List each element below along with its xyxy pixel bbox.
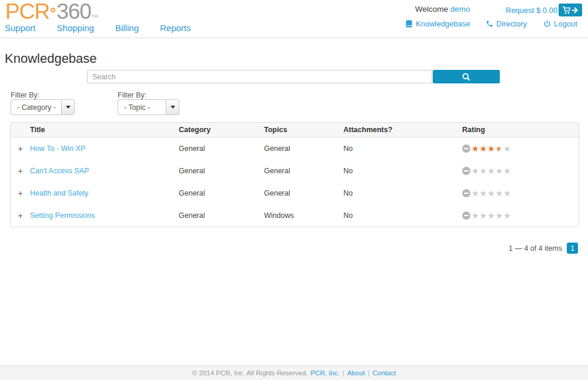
book-icon (405, 20, 413, 28)
quick-link-label: Logout (554, 19, 577, 28)
footer-link-contact[interactable]: Contact (373, 369, 396, 376)
category-dropdown[interactable]: - Category - (11, 99, 75, 115)
attachments-cell: No (343, 167, 462, 175)
copyright-text: © 2014 PCR, Inc. All Rights Reserved. (192, 369, 308, 376)
rating-widget[interactable]: ★★★★★ ★★★★★ (462, 144, 579, 153)
table-row: + Can't Access SAP General General No ★★… (11, 160, 579, 182)
topics-cell: Windows (264, 211, 343, 220)
welcome-text: Welcome demo (415, 5, 470, 14)
article-title-cell: How To - Win XP (30, 144, 179, 153)
dropdown-arrow-button[interactable] (61, 100, 74, 115)
chevron-down-icon (66, 106, 71, 109)
topics-cell: General (264, 144, 343, 153)
star-rating[interactable]: ★★★★★ ★★★★★ (472, 167, 512, 175)
article-title-cell: Can't Access SAP (30, 167, 179, 175)
cart-checkout-button[interactable] (559, 4, 582, 16)
stars-empty: ★★★★★ (472, 166, 512, 176)
quick-link-knowledgebase[interactable]: Knowledgebase (405, 19, 470, 28)
topics-cell: General (264, 167, 343, 175)
page-1-button[interactable]: 1 (567, 243, 578, 254)
rating-widget[interactable]: ★★★★★ ★★★★★ (462, 167, 579, 175)
topic-dropdown-value: - Topic - (118, 100, 166, 115)
dropdown-arrow-button[interactable] (166, 100, 179, 115)
chevron-down-icon (171, 106, 175, 109)
cancel-rating-icon[interactable] (462, 189, 470, 197)
filter-category-label: Filter By: (11, 91, 39, 99)
welcome-label: Welcome (415, 5, 448, 14)
footer-separator: | (368, 369, 370, 376)
footer: © 2014 PCR, Inc. All Rights Reserved. PC… (0, 365, 588, 380)
footer-link-about[interactable]: About (347, 369, 365, 376)
table-row: + How To - Win XP General General No ★★★… (11, 137, 579, 160)
logo-ring-icon (51, 8, 55, 12)
search-button[interactable] (433, 70, 500, 83)
footer-link-pcr[interactable]: PCR, Inc. (310, 369, 339, 376)
article-title-link[interactable]: Setting Permissions (30, 211, 95, 220)
welcome-user-link[interactable]: demo (450, 5, 470, 14)
column-header-topics[interactable]: Topics (264, 126, 343, 134)
quick-link-label: Directory (496, 19, 527, 28)
search-icon (462, 72, 471, 82)
column-header-attachments[interactable]: Attachments? (343, 126, 462, 134)
attachments-cell: No (343, 189, 462, 197)
article-title-cell: Health and Safety (30, 189, 179, 197)
article-title-cell: Setting Permissions (30, 211, 179, 220)
topic-dropdown[interactable]: - Topic - (118, 99, 179, 115)
category-cell: General (179, 167, 264, 175)
expand-row-button[interactable]: + (11, 144, 30, 153)
quick-link-logout[interactable]: Logout (543, 19, 577, 28)
quick-link-directory[interactable]: Directory (486, 19, 527, 28)
article-title-link[interactable]: How To - Win XP (30, 144, 85, 153)
quick-link-label: Knowledgebase (416, 19, 470, 28)
nav-shopping[interactable]: Shopping (57, 23, 94, 33)
star-rating[interactable]: ★★★★★ ★★★★★ (472, 144, 512, 153)
stars-filled: ★★★★★ (472, 144, 499, 153)
filter-topic-label: Filter By: (118, 91, 146, 99)
main-nav: Support Shopping Billing Reports (5, 23, 191, 33)
column-header-title[interactable]: Title (30, 126, 179, 134)
footer-separator: | (342, 369, 344, 376)
header: PCR360TM Support Shopping Billing Report… (0, 0, 588, 38)
search-input[interactable] (87, 70, 432, 83)
cancel-rating-icon[interactable] (462, 167, 470, 175)
rating-widget[interactable]: ★★★★★ ★★★★★ (462, 189, 579, 197)
expand-row-button[interactable]: + (11, 211, 30, 220)
stars-empty: ★★★★★ (472, 189, 512, 198)
attachments-cell: No (343, 144, 462, 153)
phone-icon (486, 20, 493, 28)
power-icon (543, 20, 551, 28)
table-header-row: Title Category Topics Attachments? Ratin… (11, 123, 579, 137)
star-rating[interactable]: ★★★★★ ★★★★★ (472, 189, 512, 197)
article-title-link[interactable]: Health and Safety (30, 189, 88, 197)
topics-cell: General (264, 189, 343, 197)
pagination-summary: 1 — 4 of 4 items (509, 244, 562, 253)
expand-row-button[interactable]: + (11, 166, 30, 176)
stars-empty: ★★★★★ (472, 211, 512, 220)
attachments-cell: No (343, 211, 462, 220)
expand-row-button[interactable]: + (11, 189, 30, 198)
article-title-link[interactable]: Can't Access SAP (30, 167, 89, 175)
category-cell: General (179, 189, 264, 197)
request-amount-link[interactable]: Request $ 0.00 (506, 6, 557, 15)
table-row: + Health and Safety General General No ★… (11, 182, 579, 204)
column-header-category[interactable]: Category (179, 126, 264, 134)
cancel-rating-icon[interactable] (462, 144, 470, 153)
logo-text-360: 360 (56, 0, 91, 23)
category-dropdown-value: - Category - (11, 100, 61, 115)
star-rating[interactable]: ★★★★★ ★★★★★ (472, 211, 512, 220)
logo-trademark: TM (91, 14, 98, 19)
nav-support[interactable]: Support (5, 23, 36, 33)
logo-text-pcr: PCR (5, 0, 49, 23)
knowledgebase-table: Title Category Topics Attachments? Ratin… (10, 122, 579, 227)
cart-arrow-icon (562, 6, 579, 15)
nav-reports[interactable]: Reports (160, 23, 191, 33)
category-cell: General (179, 144, 264, 153)
nav-billing[interactable]: Billing (115, 23, 139, 33)
cancel-rating-icon[interactable] (462, 211, 470, 220)
table-row: + Setting Permissions General Windows No… (11, 204, 579, 227)
category-cell: General (179, 211, 264, 220)
knowledgebase-page: PCR360TM Support Shopping Billing Report… (0, 0, 588, 380)
rating-widget[interactable]: ★★★★★ ★★★★★ (462, 211, 579, 220)
column-header-rating[interactable]: Rating (462, 126, 579, 134)
pagination: 1 — 4 of 4 items 1 (0, 243, 578, 254)
